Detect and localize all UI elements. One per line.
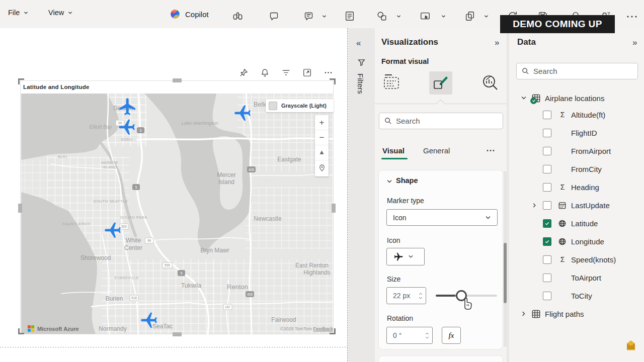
field-row[interactable]: Longitude: [509, 234, 644, 249]
rotation-input[interactable]: 0 °: [386, 327, 433, 344]
data-search-input[interactable]: Search: [516, 63, 638, 79]
sum-icon: Σ: [558, 255, 567, 263]
filter-funnel-icon[interactable]: [357, 58, 366, 67]
chat-icon[interactable]: [303, 11, 314, 22]
table-name: Flight paths: [545, 310, 584, 318]
resize-handle[interactable]: [18, 328, 24, 334]
tab-visual[interactable]: Visual: [382, 146, 405, 155]
shapes-icon[interactable]: [376, 11, 387, 22]
field-checkbox[interactable]: [543, 274, 551, 282]
map-label: ISLAND: [103, 165, 117, 169]
map-style-selector[interactable]: Grayscale (Light): [266, 99, 334, 112]
chevron-down-icon[interactable]: [484, 14, 489, 19]
analytics-tab[interactable]: [480, 73, 500, 93]
visual-header-toolbar: [239, 68, 333, 77]
format-search-input[interactable]: Search: [379, 113, 503, 129]
field-checkbox[interactable]: [543, 292, 551, 300]
field-row[interactable]: FlightID: [509, 125, 644, 140]
file-menu[interactable]: File: [8, 9, 28, 17]
chevron-right-icon[interactable]: [521, 311, 527, 317]
azure-map[interactable]: 99 5 5 509 599 99 5 518 405 405 167 Seat…: [21, 94, 333, 334]
field-row[interactable]: FromCity: [509, 161, 644, 176]
field-checkbox[interactable]: [543, 165, 551, 173]
icon-dropdown[interactable]: [386, 248, 425, 265]
chevron-down-icon[interactable]: [322, 14, 327, 19]
map-label: SeaTac: [152, 323, 173, 330]
field-row[interactable]: Latitude: [509, 216, 644, 231]
field-checkbox[interactable]: [543, 201, 551, 210]
binoculars-icon[interactable]: [232, 11, 244, 22]
field-checkbox[interactable]: [543, 255, 551, 264]
resize-handle[interactable]: [173, 332, 182, 336]
present-icon[interactable]: [420, 11, 431, 22]
comment-icon[interactable]: [269, 11, 279, 22]
resize-handle[interactable]: [173, 78, 182, 82]
chevron-right-icon[interactable]: [532, 203, 537, 208]
map-zoom-control: + −: [315, 115, 329, 176]
file-menu-label: File: [8, 9, 20, 17]
field-row[interactable]: ToAirport: [509, 270, 644, 285]
map-label: Fairwood: [271, 316, 296, 323]
field-row[interactable]: ToCity: [509, 288, 644, 303]
more-icon[interactable]: [626, 15, 637, 19]
pane-scrollbar[interactable]: [504, 243, 507, 303]
marker-type-dropdown[interactable]: Icon: [386, 209, 498, 226]
notes-icon[interactable]: [344, 11, 355, 22]
resize-handle[interactable]: [330, 328, 336, 334]
field-row[interactable]: Σ Speed(knots): [509, 252, 644, 267]
map-pitch-button[interactable]: [315, 145, 329, 160]
field-name: Heading: [571, 183, 599, 192]
field-row[interactable]: Σ Heading: [509, 179, 644, 195]
collapse-data-pane-icon[interactable]: »: [632, 38, 637, 48]
map-visual[interactable]: Latitude and Longitude: [20, 80, 334, 334]
expand-filters-icon[interactable]: «: [356, 38, 361, 48]
field-checkbox[interactable]: [543, 183, 551, 192]
tab-more-icon[interactable]: [487, 149, 495, 152]
map-locate-button[interactable]: [315, 160, 329, 175]
bell-icon[interactable]: [260, 68, 270, 77]
table-row-airplane-locations[interactable]: Airplane locations: [509, 90, 644, 106]
visualizations-pane: Visualizations » Format visual Search Vi…: [375, 28, 507, 362]
build-visual-tab[interactable]: [382, 73, 401, 91]
resize-handle[interactable]: [18, 204, 22, 213]
map-label: Burien: [106, 295, 123, 302]
resize-handle[interactable]: [332, 204, 336, 213]
field-checkbox-checked[interactable]: [543, 219, 551, 228]
rotation-spinner[interactable]: [425, 332, 429, 339]
field-checkbox[interactable]: [543, 147, 551, 155]
more-options-icon[interactable]: [324, 68, 333, 77]
field-checkbox[interactable]: [543, 129, 551, 137]
field-row[interactable]: FromAirport: [509, 143, 644, 158]
focus-mode-icon[interactable]: [302, 68, 312, 77]
search-placeholder: Search: [533, 67, 557, 75]
chevron-down-icon[interactable]: [521, 95, 527, 101]
chevron-down-icon[interactable]: [396, 14, 401, 19]
airplane-icon: [393, 252, 404, 262]
view-menu[interactable]: View: [48, 9, 72, 17]
zoom-in-label: +: [319, 118, 325, 128]
new-page-icon[interactable]: [464, 11, 475, 22]
field-row[interactable]: Σ Altitude(ft): [509, 107, 644, 122]
filter-icon[interactable]: [281, 68, 291, 77]
copilot-button[interactable]: Copilot: [170, 9, 209, 20]
field-checkbox[interactable]: [543, 111, 551, 119]
resize-handle[interactable]: [18, 78, 24, 84]
shape-section-title: Shape: [396, 176, 418, 185]
table-row-flight-paths[interactable]: Flight paths: [509, 306, 644, 321]
tab-general[interactable]: General: [423, 146, 450, 155]
size-spinner[interactable]: [419, 293, 423, 299]
field-checkbox-checked[interactable]: [543, 237, 551, 246]
collapse-shape-icon[interactable]: [386, 178, 392, 185]
zoom-out-button[interactable]: −: [315, 130, 329, 145]
size-input[interactable]: 22 px: [386, 287, 426, 304]
gold-notification-icon[interactable]: [625, 339, 636, 351]
chevron-down-icon[interactable]: [441, 14, 446, 19]
zoom-in-button[interactable]: +: [315, 115, 329, 130]
collapse-pane-icon[interactable]: »: [495, 38, 499, 48]
rotation-fx-button[interactable]: fx: [442, 327, 461, 344]
pin-icon[interactable]: [239, 68, 249, 77]
format-visual-tab-selected[interactable]: [429, 71, 452, 95]
field-row[interactable]: LastUpdate: [509, 198, 644, 213]
resize-handle[interactable]: [330, 78, 336, 84]
filters-pane-title[interactable]: Filters: [356, 73, 365, 94]
